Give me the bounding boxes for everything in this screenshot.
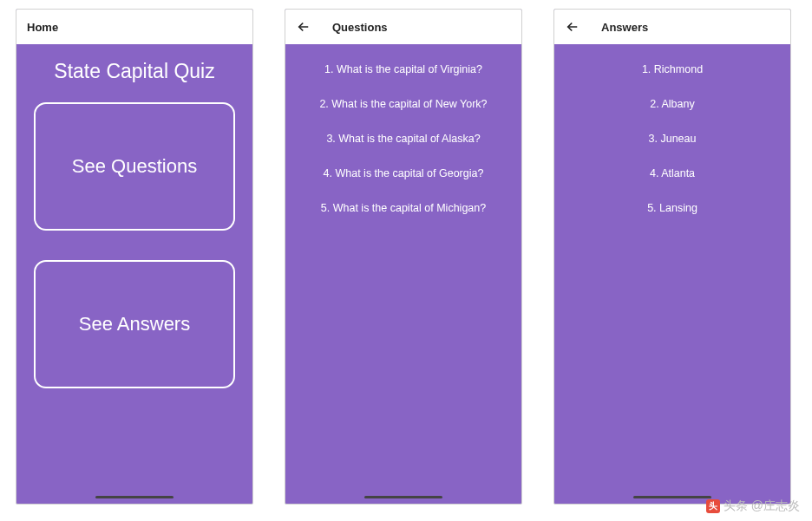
nav-handle[interactable] xyxy=(364,496,442,498)
list-item: 1. What is the capital of Virginia? xyxy=(292,63,514,75)
list-item: 4. What is the capital of Georgia? xyxy=(292,167,514,179)
questions-list: 1. What is the capital of Virginia? 2. W… xyxy=(285,44,521,504)
appbar: Home xyxy=(16,10,252,44)
appbar-title: Questions xyxy=(332,21,388,34)
nav-handle[interactable] xyxy=(95,496,174,498)
button-label: See Questions xyxy=(72,155,197,178)
home-content: State Capital Quiz See Questions See Ans… xyxy=(16,44,252,504)
answers-screen: Answers 1. Richmond 2. Albany 3. Juneau … xyxy=(553,9,791,505)
list-item: 3. Juneau xyxy=(561,133,783,145)
appbar: Answers xyxy=(554,10,790,44)
nav-handle[interactable] xyxy=(633,496,711,498)
list-item: 5. What is the capital of Michigan? xyxy=(292,202,514,214)
list-item: 4. Atlanta xyxy=(561,167,783,179)
see-questions-button[interactable]: See Questions xyxy=(34,102,235,231)
answers-list: 1. Richmond 2. Albany 3. Juneau 4. Atlan… xyxy=(554,44,790,504)
list-item: 3. What is the capital of Alaska? xyxy=(292,133,514,145)
list-item: 5. Lansing xyxy=(561,202,783,214)
home-screen: Home State Capital Quiz See Questions Se… xyxy=(16,9,253,505)
list-item: 1. Richmond xyxy=(561,63,783,75)
watermark-text: 头条 @庄志炎 xyxy=(724,498,800,514)
back-arrow-icon[interactable] xyxy=(296,19,311,35)
watermark: 头 头条 @庄志炎 xyxy=(706,498,800,514)
page-title: State Capital Quiz xyxy=(54,60,214,83)
toutiao-logo-icon: 头 xyxy=(706,499,720,513)
list-item: 2. Albany xyxy=(561,98,783,110)
appbar-title: Home xyxy=(27,21,58,34)
back-arrow-icon[interactable] xyxy=(565,19,580,35)
list-item: 2. What is the capital of New York? xyxy=(292,98,514,110)
button-label: See Answers xyxy=(79,313,190,335)
appbar: Questions xyxy=(285,10,521,44)
see-answers-button[interactable]: See Answers xyxy=(34,260,235,388)
questions-screen: Questions 1. What is the capital of Virg… xyxy=(285,9,522,505)
appbar-title: Answers xyxy=(601,21,648,34)
